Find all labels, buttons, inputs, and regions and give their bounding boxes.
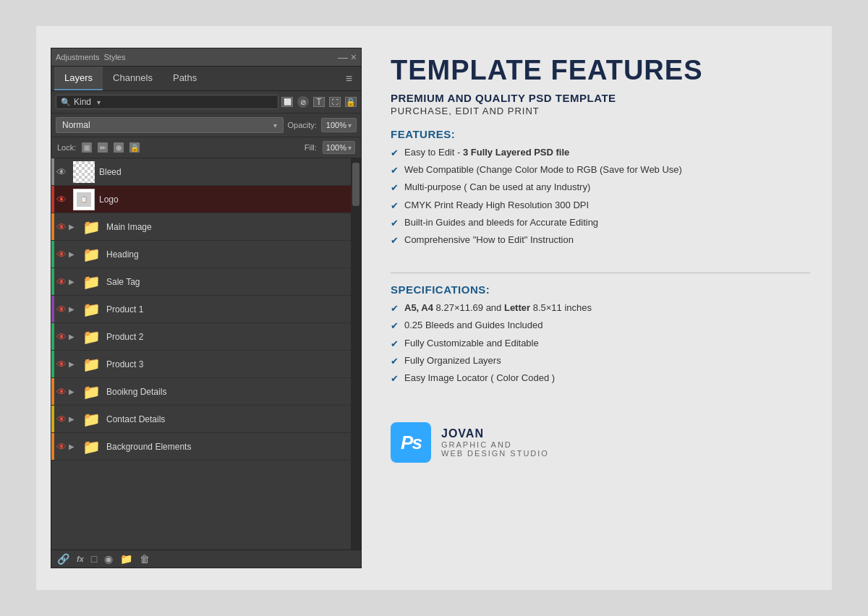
opacity-control[interactable]: 100% ▾ <box>321 118 357 132</box>
layer-bg-elements[interactable]: 👁 ▶ 📁 Background Elements <box>51 433 361 461</box>
eye-icon-product2[interactable]: 👁 <box>54 330 69 344</box>
transform-icon[interactable]: ⛶ <box>329 97 341 107</box>
feature-item-2: ✔ Web Compatible (Change Color Mode to R… <box>391 163 810 177</box>
spec-item-1: ✔ A5, A4 8.27×11.69 and Letter 8.5×11 in… <box>391 301 810 315</box>
check-icon-s2: ✔ <box>391 320 399 333</box>
ps-search-row: 🔍 Kind ▾ ⬜ ⊘ T ⛶ 🔒 <box>51 91 361 114</box>
layer-thumb-booking-details: 📁 <box>80 381 102 403</box>
fx-icon[interactable]: fx <box>77 555 84 563</box>
eye-icon-contact-details[interactable]: 👁 <box>54 412 69 427</box>
layer-thumb-bleed <box>73 161 95 183</box>
ps-search-box[interactable]: 🔍 Kind ▾ <box>56 95 278 109</box>
layer-main-image[interactable]: 👁 ▶ 📁 Main Image <box>51 213 361 241</box>
ps-lock-row: Lock: ⊞ ✏ ⊕ 🔒 Fill: 100% ▾ <box>51 137 361 158</box>
layer-name-logo: Logo <box>99 194 358 205</box>
layer-arrow-main-image: ▶ <box>69 223 75 231</box>
layer-filter-icon[interactable]: ⊘ <box>297 96 309 108</box>
tab-menu-icon[interactable]: ≡ <box>340 72 358 85</box>
fill-arrow: ▾ <box>348 144 352 152</box>
eye-icon-heading[interactable]: 👁 <box>54 247 69 262</box>
ps-search-icons: ⬜ ⊘ T ⛶ 🔒 <box>281 96 357 108</box>
right-panel: TEMPLATE FEATURES PREMIUM AND QUALITY PS… <box>391 48 810 568</box>
eye-icon-product1[interactable]: 👁 <box>54 302 69 317</box>
fill-control[interactable]: 100% ▾ <box>323 141 355 154</box>
lock-icon-search[interactable]: 🔒 <box>345 97 357 107</box>
opacity-label: Opacity: <box>288 121 317 129</box>
feature-item-6: ✔ Comprehensive "How to Edit" Instructio… <box>391 234 810 247</box>
check-icon-1: ✔ <box>391 147 399 160</box>
features-section: FEATURES: ✔ Easy to Edit - 3 Fully Layer… <box>391 128 810 251</box>
fill-label: Fill: <box>305 143 317 152</box>
ps-layers-list: 👁 Bleed ℹ 👁 📋 Logo 👁 ▶ 📁 <box>51 158 361 549</box>
layer-arrow-product3: ▶ <box>69 360 75 368</box>
layer-product1[interactable]: 👁 ▶ 📁 Product 1 <box>51 296 361 323</box>
eye-icon-bleed[interactable]: 👁 <box>54 165 69 179</box>
eye-icon-sale-tag[interactable]: 👁 <box>54 275 69 289</box>
layer-name-sale-tag: Sale Tag <box>106 277 358 287</box>
eye-icon-logo[interactable]: 👁 <box>54 192 69 207</box>
layer-name-bleed: Bleed <box>99 167 352 177</box>
spec-item-4: ✔ Fully Organized Layers <box>391 354 810 368</box>
layer-name-bg-elements: Background Elements <box>106 442 358 452</box>
specs-heading: SPECIFICATIONS: <box>391 283 810 296</box>
feature-item-1: ✔ Easy to Edit - 3 Fully Layered PSD fil… <box>391 146 810 160</box>
link-icon[interactable]: 🔗 <box>57 553 69 565</box>
feature-text-2: Web Compatible (Change Color Mode to RGB… <box>404 163 682 176</box>
layers-scrollbar[interactable] <box>351 158 361 549</box>
check-icon-s3: ✔ <box>391 338 399 351</box>
eye-icon-product3[interactable]: 👁 <box>54 357 69 372</box>
main-container: Adjustments Styles — × Layers Channels P… <box>36 26 832 590</box>
layer-name-booking-details: Booikng Details <box>106 387 358 397</box>
adjustment-icon[interactable]: ◉ <box>104 553 113 565</box>
tab-channels[interactable]: Channels <box>103 67 163 90</box>
layer-heading[interactable]: 👁 ▶ 📁 Heading <box>51 241 361 268</box>
layer-bleed[interactable]: 👁 Bleed ℹ <box>51 158 361 186</box>
feature-text-6: Comprehensive "How to Edit" Instruction <box>404 234 574 247</box>
tab-layers[interactable]: Layers <box>54 67 103 90</box>
lock-all-icon[interactable]: 🔒 <box>129 142 140 153</box>
spec-item-2: ✔ 0.25 Bleeds and Guides Included <box>391 319 810 333</box>
blend-mode-select[interactable]: Normal ▾ <box>56 117 284 133</box>
eye-icon-bg-elements[interactable]: 👁 <box>54 440 69 454</box>
spec-text-5: Easy Image Locator ( Color Coded ) <box>404 372 555 385</box>
layer-name-contact-details: Contact Details <box>106 414 358 424</box>
blend-mode-label: Normal <box>62 120 90 130</box>
layer-thumb-main-image: 📁 <box>80 216 102 238</box>
layer-product3[interactable]: 👁 ▶ 📁 Product 3 <box>51 351 361 378</box>
layer-arrow-bg-elements: ▶ <box>69 442 75 450</box>
eye-icon-booking-details[interactable]: 👁 <box>54 385 69 399</box>
layer-type-icon[interactable]: ⬜ <box>281 97 293 107</box>
spec-text-1: A5, A4 8.27×11.69 and Letter 8.5×11 inch… <box>404 301 592 315</box>
layer-name-product1: Product 1 <box>106 304 358 315</box>
lock-paint-icon[interactable]: ✏ <box>98 142 108 153</box>
menu-dots: — × <box>338 51 357 63</box>
tab-paths[interactable]: Paths <box>163 67 207 90</box>
kind-label: Kind <box>74 97 91 107</box>
mask-icon[interactable]: □ <box>91 553 97 565</box>
layer-thumb-product1: 📁 <box>80 299 102 320</box>
check-icon-6: ✔ <box>391 234 399 247</box>
layer-contact-details[interactable]: 👁 ▶ 📁 Contact Details <box>51 406 361 433</box>
layer-booking-details[interactable]: 👁 ▶ 📁 Booikng Details <box>51 378 361 406</box>
layer-product2[interactable]: 👁 ▶ 📁 Product 2 <box>51 323 361 351</box>
eye-icon-main-image[interactable]: 👁 <box>54 220 69 234</box>
layer-thumb-contact-details: 📁 <box>80 408 102 430</box>
check-icon-4: ✔ <box>391 200 399 213</box>
layer-arrow-booking-details: ▶ <box>69 388 75 395</box>
layer-name-heading: Heading <box>106 249 358 260</box>
lock-pixels-icon[interactable]: ⊞ <box>82 142 92 153</box>
kind-dropdown-arrow: ▾ <box>97 98 101 106</box>
layer-name-product2: Product 2 <box>106 332 358 342</box>
type-icon[interactable]: T <box>313 97 325 107</box>
layer-thumb-product3: 📁 <box>80 354 102 375</box>
layer-thumb-bg-elements: 📁 <box>80 436 102 458</box>
lock-move-icon[interactable]: ⊕ <box>114 142 124 153</box>
layer-name-product3: Product 3 <box>106 359 358 369</box>
ps-top-bar: Adjustments Styles — × <box>51 48 361 67</box>
check-icon-s1: ✔ <box>391 302 399 315</box>
delete-icon[interactable]: 🗑 <box>140 553 150 565</box>
studio-name: JOVAN <box>441 427 549 440</box>
layer-sale-tag[interactable]: 👁 ▶ 📁 Sale Tag <box>51 268 361 296</box>
layer-logo[interactable]: 👁 📋 Logo <box>51 186 361 213</box>
new-group-icon[interactable]: 📁 <box>120 553 132 565</box>
